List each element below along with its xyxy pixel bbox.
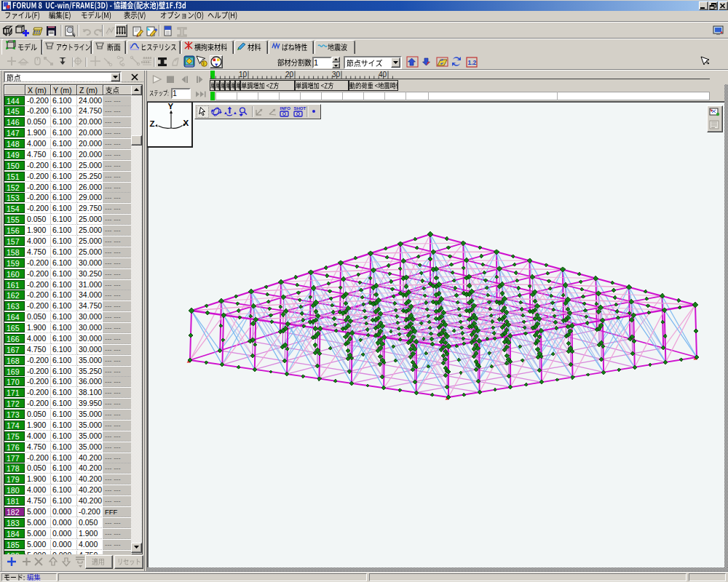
svg-text:i: i: [203, 61, 204, 66]
svg-text:30: 30: [332, 71, 341, 79]
svg-text:20: 20: [285, 71, 294, 79]
svg-text:10: 10: [239, 71, 248, 79]
svg-text:40: 40: [379, 71, 387, 79]
svg-text:1.2: 1.2: [468, 59, 477, 66]
